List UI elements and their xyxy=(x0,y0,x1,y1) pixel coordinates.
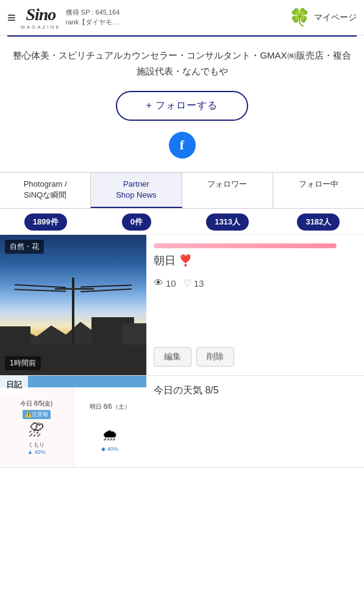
bio-text: 整心体美・スピリチュアルカウンセラー・コンサルタント・GMAX㈱販売店・複合施設… xyxy=(13,50,351,76)
count-followers: 1313人 xyxy=(182,214,273,231)
logo-sub: MAGAZINE xyxy=(21,24,61,30)
content-area: 自然・花 1時間前 朝日 ❣️ 👁 10 ♡ 13 編集 削除 xyxy=(0,235,364,468)
header: ≡ Sino MAGAZINE 獲得 SP : 645,164 rank【ダイヤ… xyxy=(0,0,364,35)
eye-icon: 👁 xyxy=(154,278,163,289)
header-left: ≡ Sino MAGAZINE xyxy=(7,5,61,30)
tomorrow-icon: 🌧 xyxy=(102,426,118,445)
social-section: f xyxy=(0,132,364,172)
tab-following[interactable]: フォロー中 xyxy=(273,173,364,208)
post-card-2: 大分市 今日 8/5(金) ⚠️注意報 ⛈ くもり ▲ 40% xyxy=(0,376,364,468)
count-partner: 0件 xyxy=(91,214,182,231)
today-alert: ⚠️注意報 xyxy=(23,410,51,419)
count-photogram: 1899件 xyxy=(0,214,91,231)
view-count: 👁 10 xyxy=(154,278,176,289)
post-tag-2: 日記 xyxy=(0,376,28,394)
follow-button[interactable]: + フォローする xyxy=(116,91,249,121)
like-count: ♡ 13 xyxy=(184,278,204,289)
post-thumb-1: 自然・花 1時間前 xyxy=(0,235,146,375)
header-right: 🍀 マイページ xyxy=(289,7,357,27)
count-followers-badge: 1313人 xyxy=(206,214,249,231)
like-value: 13 xyxy=(194,278,204,289)
rank-info: 獲得 SP : 645,164 rank【ダイヤモ… xyxy=(66,8,284,27)
delete-button-1[interactable]: 削除 xyxy=(196,347,234,367)
mypage-button[interactable]: マイページ xyxy=(314,12,357,23)
view-value: 10 xyxy=(166,278,176,289)
post-title-1: 朝日 ❣️ xyxy=(154,253,357,268)
today-date-label: 今日 8/5(金) xyxy=(20,400,52,408)
tabs: Photogram / SiNQな瞬間 Partner Shop News フォ… xyxy=(0,172,364,209)
post-thumb-2: 大分市 今日 8/5(金) ⚠️注意報 ⛈ くもり ▲ 40% xyxy=(0,376,146,467)
rank-line1: 獲得 SP : 645,164 xyxy=(66,8,284,17)
count-following-badge: 3182人 xyxy=(297,214,340,231)
weather-tomorrow: 明日 8/6（土） 🌧 ◆ 40% xyxy=(74,387,147,467)
today-temp: ▲ 40% xyxy=(27,449,45,455)
tab-followers[interactable]: フォロワー xyxy=(182,173,273,208)
post-info-1: 朝日 ❣️ 👁 10 ♡ 13 編集 削除 xyxy=(146,235,364,375)
thumb-scene-1 xyxy=(0,235,146,375)
follow-button-wrap: + フォローする xyxy=(0,88,364,132)
bio-section: 整心体美・スピリチュアルカウンセラー・コンサルタント・GMAX㈱販売店・複合施設… xyxy=(0,37,364,88)
today-condition: くもり xyxy=(28,441,45,449)
weather-today: 今日 8/5(金) ⚠️注意報 ⛈ くもり ▲ 40% xyxy=(0,387,74,467)
tab-partner-shop[interactable]: Partner Shop News xyxy=(91,173,182,208)
counts-bar: 1899件 0件 1313人 3182人 xyxy=(0,209,364,235)
logo-area: Sino MAGAZINE xyxy=(21,5,61,30)
post-highlight-bar xyxy=(154,243,337,248)
post-tag-1: 自然・花 xyxy=(5,240,44,254)
tab-photogram[interactable]: Photogram / SiNQな瞬間 xyxy=(0,173,91,208)
tomorrow-temp: ◆ 40% xyxy=(101,446,118,452)
today-icon: ⛈ xyxy=(29,421,45,440)
tomorrow-date-label: 明日 8/6（土） xyxy=(90,403,130,411)
post-card-1: 自然・花 1時間前 朝日 ❣️ 👁 10 ♡ 13 編集 削除 xyxy=(0,235,364,376)
count-photogram-badge: 1899件 xyxy=(24,214,67,231)
count-following: 3182人 xyxy=(273,214,364,231)
post-stats-1: 👁 10 ♡ 13 xyxy=(154,278,357,289)
post-time-1: 1時間前 xyxy=(5,356,41,370)
rank-line2: rank【ダイヤモ… xyxy=(66,18,284,27)
heart-icon: ♡ xyxy=(184,278,191,289)
logo-text: Sino xyxy=(26,5,55,24)
facebook-icon[interactable]: f xyxy=(169,132,196,159)
clover-icon: 🍀 xyxy=(289,7,310,27)
post-title-2: 今日の天気 8/5 xyxy=(154,384,357,397)
count-partner-badge: 0件 xyxy=(122,214,151,231)
header-center: 獲得 SP : 645,164 rank【ダイヤモ… xyxy=(61,8,289,27)
post-actions-1: 編集 削除 xyxy=(154,347,357,367)
edit-button-1[interactable]: 編集 xyxy=(154,347,191,367)
post-info-2: 今日の天気 8/5 xyxy=(146,376,364,467)
hamburger-icon[interactable]: ≡ xyxy=(7,9,16,26)
